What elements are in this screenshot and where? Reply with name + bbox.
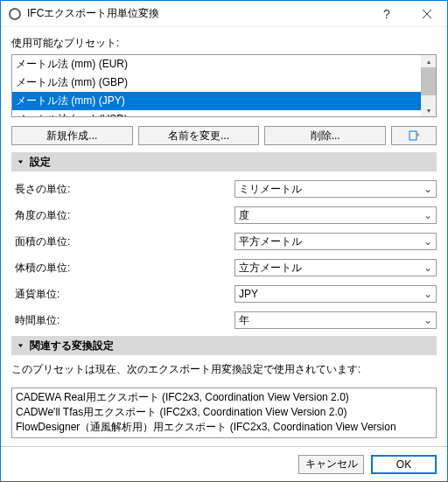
preset-item[interactable]: メートル法 (mm) (EUR) (12, 55, 421, 73)
import-export-icon (408, 129, 420, 142)
dialog-content: 使用可能なプリセット: メートル法 (mm) (EUR) メートル法 (mm) … (1, 27, 447, 446)
area-select[interactable]: 平方メートル (234, 233, 437, 250)
scrollbar[interactable]: ▴ ▾ (421, 55, 436, 116)
delete-button[interactable]: 削除... (264, 126, 386, 145)
preset-listbox[interactable]: メートル法 (mm) (EUR) メートル法 (mm) (GBP) メートル法 … (11, 54, 437, 117)
currency-select[interactable]: JPY (234, 285, 437, 303)
scroll-down-icon[interactable]: ▾ (421, 104, 436, 116)
scroll-thumb[interactable] (421, 67, 436, 95)
angle-select[interactable]: 度 (234, 206, 437, 224)
window-title: IFCエクスポート用単位変換 (27, 6, 367, 21)
titlebar: IFCエクスポート用単位変換 ? (1, 1, 447, 27)
close-button[interactable] (407, 1, 447, 27)
time-label: 時間単位: (11, 313, 234, 328)
preset-list: メートル法 (mm) (EUR) メートル法 (mm) (GBP) メートル法 … (12, 55, 421, 116)
scroll-up-icon[interactable]: ▴ (421, 55, 436, 67)
area-label: 面積の単位: (11, 234, 234, 249)
app-icon (8, 7, 22, 21)
related-section-header[interactable]: 関連する変換設定 (11, 336, 437, 355)
close-icon (423, 10, 431, 18)
time-select[interactable]: 年 (234, 311, 437, 329)
length-label: 長さの単位: (11, 182, 234, 197)
angle-row: 角度の単位: 度 (11, 206, 437, 224)
related-item: FlowDesigner（通風解析用）用エクスポート (IFC2x3, Coor… (16, 420, 432, 435)
ok-button[interactable]: OK (371, 455, 437, 474)
related-item: CADEWA Real用エクスポート (IFC2x3, Coordination… (16, 390, 432, 405)
cancel-button[interactable]: キャンセル (298, 455, 364, 474)
dialog-footer: キャンセル OK (1, 446, 447, 481)
help-button[interactable]: ? (367, 1, 407, 27)
related-item: CADWe'll Tfas用エクスポート (IFC2x3, Coordinati… (16, 405, 432, 420)
volume-row: 体積の単位: 立方メートル (11, 259, 437, 276)
area-row: 面積の単位: 平方メートル (11, 233, 437, 250)
preset-item[interactable]: メートル法 (mm) (GBP) (12, 73, 421, 92)
currency-row: 通貨単位: JPY (11, 285, 437, 303)
related-caption: このプリセットは現在、次のエクスポート用変換設定で使用されています: (11, 362, 437, 377)
volume-select[interactable]: 立方メートル (234, 259, 437, 276)
settings-section-header[interactable]: 設定 (11, 152, 437, 171)
preset-item[interactable]: メートル法 (mm) (USD) (12, 110, 421, 116)
dialog-window: IFCエクスポート用単位変換 ? 使用可能なプリセット: メートル法 (mm) … (0, 0, 448, 482)
new-button[interactable]: 新規作成... (11, 126, 133, 145)
preset-button-row: 新規作成... 名前を変更... 削除... (11, 126, 437, 145)
angle-label: 角度の単位: (11, 208, 234, 223)
length-row: 長さの単位: ミリメートル (11, 180, 437, 198)
preset-item[interactable]: メートル法 (mm) (JPY) (12, 92, 421, 110)
time-row: 時間単位: 年 (11, 311, 437, 329)
presets-label: 使用可能なプリセット: (11, 36, 437, 51)
import-export-button[interactable] (391, 126, 437, 145)
rename-button[interactable]: 名前を変更... (138, 126, 260, 145)
svg-rect-0 (410, 131, 416, 140)
related-listbox[interactable]: CADEWA Real用エクスポート (IFC2x3, Coordination… (11, 388, 437, 438)
volume-label: 体積の単位: (11, 261, 234, 276)
length-select[interactable]: ミリメートル (234, 180, 437, 198)
currency-label: 通貨単位: (11, 287, 234, 302)
